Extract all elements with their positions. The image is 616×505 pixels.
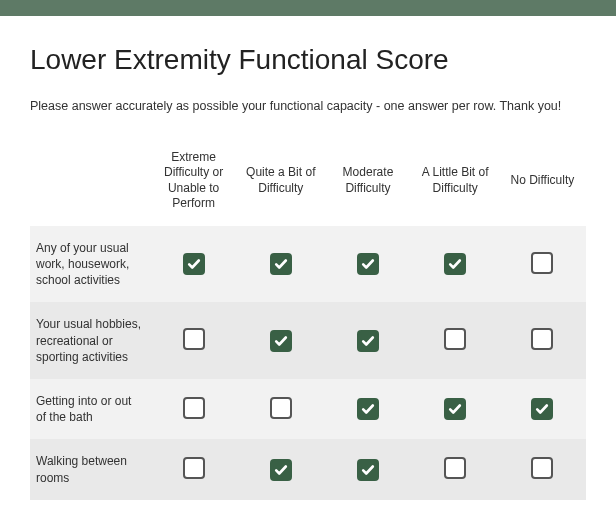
checkbox[interactable] <box>444 457 466 479</box>
cell <box>237 226 324 303</box>
cell <box>412 226 499 303</box>
checkbox[interactable] <box>531 457 553 479</box>
cell <box>324 439 411 499</box>
checkbox[interactable] <box>183 457 205 479</box>
checkbox[interactable] <box>270 397 292 419</box>
checkbox[interactable] <box>270 459 292 481</box>
cell <box>499 226 586 303</box>
cell <box>499 439 586 499</box>
form-content: Lower Extremity Functional Score Please … <box>0 16 616 500</box>
row-label: Any of your usual work, housework, schoo… <box>30 226 150 303</box>
table-row: Any of your usual work, housework, schoo… <box>30 226 586 303</box>
checkbox[interactable] <box>357 330 379 352</box>
col-header: Moderate Difficulty <box>324 144 411 226</box>
cell <box>324 226 411 303</box>
checkbox[interactable] <box>183 397 205 419</box>
checkbox[interactable] <box>357 253 379 275</box>
checkbox[interactable] <box>444 328 466 350</box>
score-table: Extreme Difficulty or Unable to Perform … <box>30 144 586 500</box>
cell <box>237 302 324 379</box>
page-title: Lower Extremity Functional Score <box>30 44 586 76</box>
cell <box>150 439 237 499</box>
checkbox[interactable] <box>531 328 553 350</box>
checkbox[interactable] <box>531 252 553 274</box>
instructions-text: Please answer accurately as possible you… <box>30 98 586 116</box>
row-label: Getting into or out of the bath <box>30 379 150 439</box>
cell <box>499 379 586 439</box>
table-row: Getting into or out of the bath <box>30 379 586 439</box>
col-header: Quite a Bit of Difficulty <box>237 144 324 226</box>
checkbox[interactable] <box>270 253 292 275</box>
cell <box>324 302 411 379</box>
checkbox[interactable] <box>444 398 466 420</box>
checkbox[interactable] <box>183 253 205 275</box>
cell <box>412 439 499 499</box>
row-label: Walking between rooms <box>30 439 150 499</box>
checkbox[interactable] <box>357 459 379 481</box>
col-header: No Difficulty <box>499 144 586 226</box>
header-blank <box>30 144 150 226</box>
top-accent-bar <box>0 0 616 16</box>
checkbox[interactable] <box>357 398 379 420</box>
cell <box>150 379 237 439</box>
cell <box>412 302 499 379</box>
cell <box>150 226 237 303</box>
checkbox[interactable] <box>183 328 205 350</box>
cell <box>324 379 411 439</box>
col-header: Extreme Difficulty or Unable to Perform <box>150 144 237 226</box>
cell <box>412 379 499 439</box>
checkbox[interactable] <box>444 253 466 275</box>
col-header: A Little Bit of Difficulty <box>412 144 499 226</box>
row-label: Your usual hobbies, recreational or spor… <box>30 302 150 379</box>
checkbox[interactable] <box>270 330 292 352</box>
table-row: Your usual hobbies, recreational or spor… <box>30 302 586 379</box>
cell <box>237 439 324 499</box>
cell <box>499 302 586 379</box>
header-row: Extreme Difficulty or Unable to Perform … <box>30 144 586 226</box>
cell <box>150 302 237 379</box>
table-row: Walking between rooms <box>30 439 586 499</box>
checkbox[interactable] <box>531 398 553 420</box>
cell <box>237 379 324 439</box>
